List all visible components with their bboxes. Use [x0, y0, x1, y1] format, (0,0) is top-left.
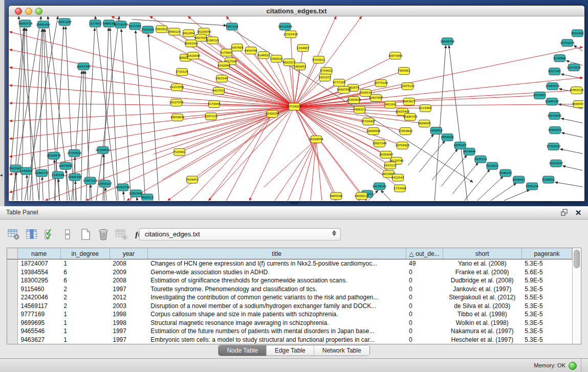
graph-node[interactable]: 9463627	[403, 98, 416, 105]
tab-network-table[interactable]: Network Table	[314, 345, 369, 356]
cell-name[interactable]: 9777169	[17, 310, 60, 318]
graph-node[interactable]: 9474444	[463, 148, 476, 155]
graph-node[interactable]: 6734022	[320, 68, 333, 75]
column-header-out_degree[interactable]: △ out_de...	[406, 248, 443, 259]
graph-node[interactable]: 22420046	[186, 52, 201, 59]
graph-node[interactable]: 1615132	[384, 162, 396, 169]
graph-node[interactable]: 17654923	[398, 127, 412, 135]
graph-node[interactable]: 10973493	[388, 52, 403, 59]
cell-in_degree[interactable]: 6	[60, 276, 110, 285]
graph-node[interactable]: 4170046	[208, 101, 221, 108]
graph-node[interactable]: 25206576	[47, 152, 61, 159]
graph-node[interactable]: 9246052	[542, 176, 554, 183]
graph-node[interactable]: 10688609	[366, 127, 381, 135]
cell-short[interactable]: Hescheler et al. (1997)	[443, 335, 521, 344]
cell-pagerank[interactable]: 5.3E-5	[521, 327, 572, 335]
graph-node[interactable]: 9541062	[571, 30, 583, 37]
cell-pagerank[interactable]: 5.6E-5	[521, 268, 572, 276]
cell-title[interactable]: Estimation of the future numbers of pati…	[147, 327, 406, 335]
graph-node[interactable]: 25160650	[96, 146, 110, 154]
cell-name[interactable]: 14569117	[17, 301, 60, 310]
cell-title[interactable]: Tourette syndrome. Phenomenology and cla…	[147, 285, 406, 293]
table-row[interactable]: 946554611997Estimation of the future num…	[7, 327, 572, 335]
cell-out_degree[interactable]: 0	[406, 301, 443, 310]
graph-node[interactable]: 13325419	[284, 31, 298, 38]
graph-node[interactable]: 18107554	[169, 99, 184, 106]
graph-node[interactable]: 14569117	[355, 192, 369, 200]
cell-year[interactable]: 1997	[110, 327, 147, 335]
graph-node[interactable]: 10719185	[114, 21, 128, 28]
graph-node[interactable]: 8860124	[168, 28, 181, 35]
graph-node[interactable]: 7632621	[486, 162, 498, 169]
graph-node[interactable]: 7663822	[156, 26, 168, 33]
graph-node[interactable]: 29384067	[379, 151, 394, 158]
graph-node[interactable]: 12942737	[34, 169, 49, 177]
graph-node[interactable]: 12093872	[546, 83, 560, 90]
cell-pagerank[interactable]: 5.3E-5	[521, 259, 572, 268]
cell-short[interactable]: Tibbo et al. (1998)	[443, 310, 521, 318]
graph-node[interactable]: 962160	[385, 101, 396, 108]
table-scrollbar[interactable]	[572, 248, 580, 344]
graph-node[interactable]: 2803144	[215, 75, 228, 82]
cell-in_degree[interactable]: 2	[60, 293, 110, 301]
graph-node[interactable]: 8958924	[441, 134, 454, 141]
graph-node[interactable]: 15720407	[361, 118, 376, 125]
cell-short[interactable]: de Silva et al. (2003)	[443, 301, 521, 310]
graph-node[interactable]: 9246152	[499, 169, 512, 177]
network-window-titlebar[interactable]: citations_edges.txt	[9, 6, 584, 16]
cell-out_degree[interactable]: 0	[406, 335, 443, 344]
column-header-year[interactable]: year	[110, 248, 147, 259]
cell-out_degree[interactable]: 0	[406, 327, 443, 335]
graph-node[interactable]: 9755812	[313, 56, 325, 63]
cell-year[interactable]: 2003	[110, 301, 147, 310]
table-row[interactable]: 1872400712008Changes of HCN gene express…	[7, 259, 572, 268]
graph-node[interactable]: 7525461	[173, 148, 185, 156]
graph-node[interactable]: 1156828	[20, 167, 33, 174]
graph-node[interactable]: 2067608	[231, 44, 244, 51]
graph-node[interactable]: 15958134	[570, 87, 583, 94]
cell-out_degree[interactable]: 0	[406, 268, 443, 276]
cell-short[interactable]: Nakamura et al. (1997)	[443, 327, 521, 335]
graph-node[interactable]: 1154987	[297, 45, 310, 52]
graph-node[interactable]: 19756928	[396, 142, 410, 149]
graph-node[interactable]: 1588520	[270, 55, 283, 62]
graph-node[interactable]: 8215953	[533, 92, 546, 99]
collapse-arrow-icon[interactable]: ◂	[0, 173, 3, 178]
graph-node[interactable]: 16495759	[403, 113, 417, 120]
cell-in_degree[interactable]: 1	[60, 335, 110, 344]
cell-pagerank[interactable]: 5.9E-5	[521, 276, 572, 285]
cell-short[interactable]: Stergiakouli et al. (2012)	[443, 293, 521, 301]
cell-year[interactable]: 2012	[110, 293, 147, 301]
network-view-window[interactable]: citations_edges.txt 19055724206914061085…	[8, 5, 585, 202]
graph-node[interactable]: 9777169	[333, 79, 346, 86]
table-mode-icon[interactable]	[7, 228, 20, 241]
cell-pagerank[interactable]: 5.3E-5	[521, 310, 572, 318]
graph-node[interactable]: 9146821	[257, 52, 270, 59]
graph-node[interactable]: 15751074	[560, 39, 575, 47]
graph-node[interactable]: 17359924	[67, 149, 81, 157]
tab-node-table[interactable]: Node Table	[219, 345, 266, 356]
column-header-title[interactable]: title	[147, 248, 406, 259]
table-row[interactable]: 1830029562008Estimation of significance …	[7, 276, 572, 285]
cell-out_degree[interactable]: 0	[406, 318, 443, 326]
graph-node[interactable]: 8186328	[206, 37, 219, 44]
graph-node[interactable]: 17957223	[83, 177, 97, 184]
graph-node[interactable]: 10853287	[57, 18, 72, 26]
graph-node[interactable]: 16543382	[184, 40, 199, 47]
table-selector-dropdown[interactable]: citations_edges.txt	[139, 228, 341, 240]
cell-short[interactable]: Yano et al. (2008)	[443, 259, 521, 268]
cell-pagerank[interactable]: 5.3E-5	[521, 335, 572, 344]
cell-in_degree[interactable]: 1	[60, 318, 110, 326]
cell-in_degree[interactable]: 2	[60, 301, 110, 310]
graph-node[interactable]: 18300295	[265, 110, 279, 117]
delete-column-icon[interactable]	[97, 228, 110, 241]
cell-in_degree[interactable]: 2	[60, 285, 110, 293]
cell-year[interactable]: 2008	[110, 259, 147, 268]
column-header-name[interactable]: name	[17, 248, 60, 259]
memory-ok-indicator-icon[interactable]	[569, 362, 577, 370]
new-column-icon[interactable]	[79, 228, 92, 241]
table-row[interactable]: 911546021997Tourette syndrome. Phenomeno…	[7, 285, 572, 293]
graph-node[interactable]: 19055724	[18, 20, 33, 27]
graph-node[interactable]: 1860452	[294, 63, 306, 70]
column-header-pagerank[interactable]: pagerank	[521, 248, 572, 259]
